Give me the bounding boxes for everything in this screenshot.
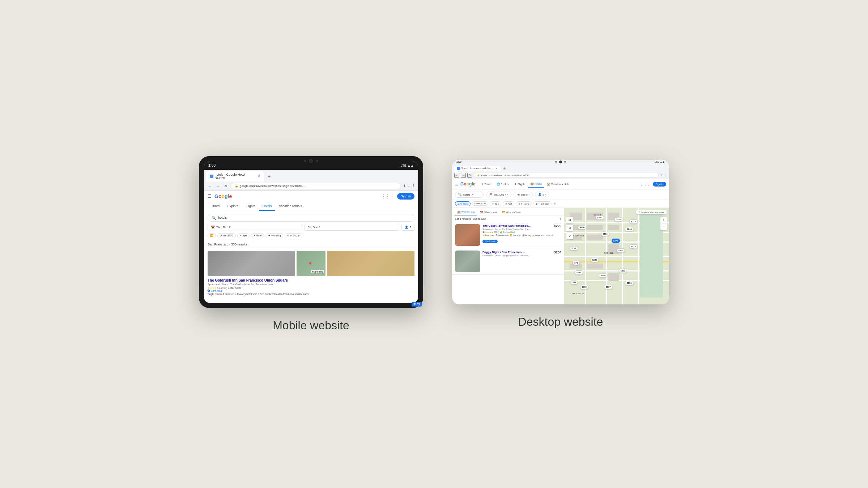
desktop-tab-vacation[interactable]: 🏠 Vacation rentals (545, 181, 571, 188)
desktop-checkout-field[interactable]: Fri, Dec 8 › (514, 192, 533, 197)
map-pin-selected-279[interactable]: $279 (612, 239, 620, 243)
mobile-back-btn[interactable]: ← (207, 183, 213, 189)
mobile-search-box[interactable]: 🔍 hotels (208, 214, 414, 222)
desktop-map-update-list[interactable]: ☐ Update list when map moves (636, 210, 667, 214)
desktop-map-zoom-out[interactable]: − (660, 224, 667, 230)
mobile-tab-flights[interactable]: Flights (242, 202, 259, 211)
mobile-tab-vacation[interactable]: Vacation rentals (275, 202, 306, 211)
desktop-hotel-card-2[interactable]: Foggy Nights San Francisco,... $234 Spon… (452, 248, 564, 275)
map-pin-291b[interactable]: $291 (625, 281, 633, 285)
mobile-filter-chip-rating[interactable]: ★ 4+ rating (265, 233, 283, 238)
mobile-hamburger-icon[interactable]: ☰ (208, 194, 212, 199)
desktop-url-bar[interactable]: 🔒 google.com/travel/search?q=hotels&g2lb… (474, 173, 659, 177)
desktop-map-fullscreen-btn[interactable]: ⤢ (566, 233, 573, 239)
desktop-filter-pool[interactable]: ✕ Pool (503, 201, 515, 206)
map-pin-386[interactable]: $386 (617, 248, 625, 253)
map-pin-55[interactable]: $55 (570, 280, 578, 284)
mobile-filter-chip-spa[interactable]: ✂ Spa (237, 233, 250, 238)
desktop-filter-spa[interactable]: ✂ Spa (490, 201, 501, 206)
mobile-menu-icon[interactable]: ⋮ (412, 184, 415, 188)
mobile-tab-icon[interactable]: ⊡ (408, 184, 410, 188)
desktop-search-box[interactable]: 🔍 hotels ✕ (455, 192, 484, 198)
mobile-refresh-btn[interactable]: ↻ (223, 183, 229, 189)
map-pin-229[interactable]: $229 (591, 258, 599, 262)
desktop-menu-icon[interactable]: ⋮ (664, 174, 667, 177)
mobile-filter-chip-star[interactable]: 4- or 5-star (285, 233, 302, 238)
desktop-tab-flights[interactable]: ✈ Flights (512, 181, 527, 188)
desktop-search-clear[interactable]: ✕ (472, 193, 474, 196)
mobile-checkin-field[interactable]: 📅 Thu, Dec 7 (208, 224, 302, 231)
map-pin-283[interactable]: $283 (580, 285, 588, 289)
mobile-hotel-name[interactable]: The Goldrush Inn San Francisco Union Squ… (208, 278, 414, 282)
map-pin-244[interactable]: $244 (625, 227, 633, 231)
desktop-filter-more[interactable]: ✕ (554, 202, 556, 205)
map-pin-179b[interactable]: $179 (599, 273, 607, 278)
map-pin-291[interactable]: $291 (619, 269, 627, 273)
mobile-tab-travel[interactable]: Travel (208, 202, 224, 211)
map-pin-119[interactable]: $119 (570, 246, 578, 251)
map-pin-567[interactable]: $567 (604, 285, 612, 289)
desktop-filter-rating[interactable]: ★ 4+ rating (516, 201, 532, 206)
mobile-filter-chip-under150[interactable]: Under $150 (217, 233, 236, 238)
desktop-filter-under150[interactable]: Under $150 (472, 201, 488, 206)
desktop-tab-hotels[interactable]: 🏨 Hotels (528, 181, 544, 188)
mobile-guests-field[interactable]: 👤 2 (401, 224, 414, 231)
mobile-new-tab-btn[interactable]: + (265, 173, 273, 180)
desktop-map-zoom-in[interactable]: + (660, 217, 667, 223)
desktop-hotel-name-1[interactable]: The Coast Terrace San Francisco,... (482, 224, 531, 227)
map-pin-179[interactable]: $179 (596, 215, 604, 220)
desktop-checkin-field[interactable]: 📅 Thu, Dec 7 › (486, 192, 511, 197)
mobile-signal: LTE ▲▲ (401, 164, 414, 167)
desktop-top-bar: 1:00 LTE ▲▲ (452, 160, 669, 164)
map-pin-412[interactable]: $412 (629, 244, 638, 249)
mobile-hotel-map-img[interactable]: 📍 Francisco (297, 251, 326, 276)
mobile-apps-icon[interactable]: ⋮⋮⋮ (381, 194, 394, 199)
mobile-view-map-btn[interactable]: 🅕 View map (208, 290, 414, 292)
desktop-view-offer-btn[interactable]: View offer (482, 240, 498, 243)
desktop-tab-explore[interactable]: 🌐 Explore (494, 181, 512, 188)
mobile-url-bar[interactable]: 🔒 google.com/travel/hotels?q=hotels&g2lb… (231, 183, 401, 189)
desktop-travel-icon: ✈ (481, 183, 484, 186)
desktop-signin-btn[interactable]: Sign in (653, 182, 666, 187)
mobile-tab-hotels[interactable]: Hotels (259, 202, 276, 211)
desktop-map-layers-btn[interactable]: ⊞ (566, 217, 573, 223)
desktop-map[interactable]: MASON RUSSIAN HILL NOB HILL CIVIC CENTER… (564, 208, 669, 304)
desktop-bookmark-icon[interactable]: ☆ (660, 174, 663, 177)
desktop-results-info-icon[interactable]: ℹ (560, 217, 561, 221)
map-pin-115[interactable]: $115 (575, 270, 583, 275)
desktop-what-youll-pay-tab[interactable]: 💳 What you'll pay (499, 209, 523, 215)
mobile-download-icon[interactable]: ⬇ (403, 184, 406, 188)
desktop-apps-icon[interactable]: ⋮⋮⋮ (640, 182, 651, 186)
desktop-vacation-icon: 🏠 (547, 183, 550, 186)
map-pin-71[interactable]: $71 (573, 261, 580, 265)
desktop-tab-travel[interactable]: ✈ Travel (479, 181, 493, 188)
mobile-tab-explore[interactable]: Explore (224, 202, 242, 211)
map-pin-288[interactable]: $288 (614, 217, 623, 222)
desktop-when-to-visit-tab[interactable]: 📅 When to visit (478, 209, 499, 215)
desktop-where-to-stay-tab[interactable]: 🏨 Where to stay (455, 209, 477, 215)
mobile-checkout-field[interactable]: Fri, Dec 8 (305, 224, 399, 231)
mobile-signin-btn[interactable]: Sign in (397, 193, 414, 200)
desktop-hotel-name-2[interactable]: Foggy Nights San Francisco,... (482, 251, 525, 254)
desktop-map-street-btn[interactable]: ⊙ (566, 225, 573, 231)
map-pin-272[interactable]: $272 (629, 219, 638, 224)
desktop-hotel-card-1[interactable]: The Coast Terrace San Francisco,... $279… (452, 222, 564, 248)
desktop-back-btn[interactable]: ← (454, 173, 459, 178)
desktop-filter-star[interactable]: ◆ 4- or 5-star (533, 201, 552, 206)
desktop-pay-label: What you'll pay (506, 211, 521, 213)
mobile-filter-chip-pool[interactable]: ✕ Pool (251, 233, 264, 238)
map-pin-210[interactable]: $210 (578, 225, 586, 230)
desktop-tab-close[interactable]: ✕ (495, 167, 498, 170)
map-pin-153[interactable]: $153 (601, 232, 609, 236)
mobile-active-tab[interactable]: hotels - Google Hotel Search ✕ (206, 171, 264, 181)
desktop-active-tab[interactable]: Search for accommodation... ✕ (454, 166, 501, 171)
desktop-hamburger-icon[interactable]: ☰ (455, 182, 458, 186)
desktop-filter-all[interactable]: ☰ All filters (455, 201, 471, 206)
desktop-forward-btn[interactable]: → (461, 173, 466, 178)
desktop-signal: LTE ▲▲ (655, 160, 665, 163)
desktop-refresh-btn[interactable]: ↻ (467, 173, 472, 178)
desktop-new-tab-btn[interactable]: + (502, 165, 508, 172)
mobile-forward-btn[interactable]: → (215, 183, 221, 189)
mobile-tab-close[interactable]: ✕ (258, 175, 260, 178)
desktop-guests-field[interactable]: 👤 2 › (535, 192, 549, 197)
